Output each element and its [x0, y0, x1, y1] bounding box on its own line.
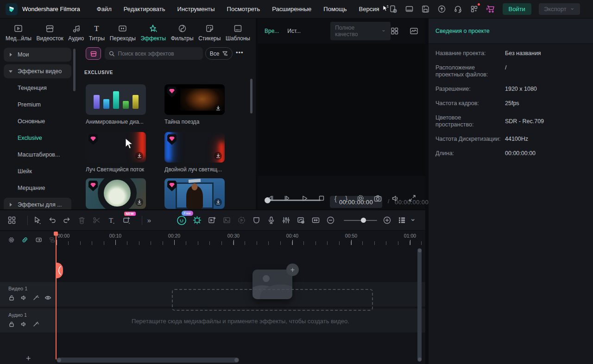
- minimize-button[interactable]: [590, 0, 593, 19]
- cloud-upload-icon[interactable]: [437, 5, 446, 13]
- headset-support-icon[interactable]: [454, 5, 462, 13]
- more-options-button[interactable]: •••: [236, 49, 244, 56]
- download-icon[interactable]: [214, 198, 222, 206]
- sidebar-item-trending[interactable]: Тенденция: [4, 81, 71, 95]
- multiview-grid-icon[interactable]: [391, 27, 399, 35]
- effect-card[interactable]: Луч Светящийся поток: [86, 132, 146, 173]
- menu-view[interactable]: Посмотреть: [227, 6, 260, 13]
- timeline-zoom-slider[interactable]: [344, 220, 377, 221]
- sidebar-item-zoom[interactable]: Масштабиров...: [4, 148, 71, 162]
- effect-card[interactable]: Тайна поезда: [164, 84, 225, 125]
- filter-all-button[interactable]: Все: [205, 47, 233, 60]
- timeline-vertical-scrollbar[interactable]: [417, 248, 422, 362]
- add-track-button[interactable]: +: [26, 354, 31, 364]
- auto-ripple-link-icon[interactable]: [21, 236, 28, 244]
- keyframe-icon[interactable]: [296, 216, 305, 225]
- text-tool-button[interactable]: T: [107, 216, 116, 225]
- mask-icon[interactable]: [252, 216, 261, 225]
- sidebar-item-exclusive[interactable]: Exclusive: [4, 131, 71, 145]
- apply-effect-wand-icon[interactable]: [32, 321, 39, 327]
- effect-card[interactable]: Анимированные диа...: [86, 84, 146, 125]
- download-icon[interactable]: [135, 198, 143, 206]
- menu-version[interactable]: Версия: [359, 6, 379, 13]
- audio-track-header[interactable]: Аудио 1: [0, 308, 56, 333]
- device-icon[interactable]: [389, 5, 397, 13]
- screen-panel-icon[interactable]: [405, 5, 414, 13]
- sidebar-item-video-effects[interactable]: Эффекты видео: [4, 64, 71, 78]
- lock-track-icon[interactable]: [8, 321, 15, 327]
- track-height-icon[interactable]: [49, 236, 56, 244]
- scopes-icon[interactable]: [410, 27, 418, 35]
- zoom-slider-handle[interactable]: [361, 218, 366, 223]
- mark-out-button[interactable]: }: [345, 195, 347, 202]
- mute-track-icon[interactable]: [20, 295, 27, 301]
- whats-new-grid-icon[interactable]: [470, 5, 479, 13]
- tab-audio[interactable]: Аудио: [68, 24, 84, 42]
- effects-search[interactable]: [105, 47, 203, 60]
- search-input[interactable]: [118, 50, 199, 57]
- play-button[interactable]: [300, 194, 309, 203]
- sidebar-item-flicker[interactable]: Мерцание: [4, 181, 71, 195]
- effect-thumbnail-double-ray[interactable]: [164, 132, 225, 163]
- login-button[interactable]: Войти: [503, 3, 531, 15]
- sidebar-item-effects-for[interactable]: Эффекты для ...: [4, 198, 71, 209]
- sidebar-item-shake[interactable]: Шейк: [4, 164, 71, 178]
- sidebar-item-premium[interactable]: Premium: [4, 98, 71, 112]
- tab-stock[interactable]: Видеосток: [36, 24, 63, 42]
- insert-mode-icon[interactable]: [35, 236, 42, 244]
- video-viewport[interactable]: [258, 44, 425, 176]
- timeline-settings-icon[interactable]: [8, 236, 15, 244]
- volume-icon[interactable]: [391, 194, 400, 203]
- playhead[interactable]: [56, 232, 57, 359]
- audio-mixer-icon[interactable]: [282, 216, 290, 225]
- tab-media[interactable]: Мед...йлы: [6, 24, 32, 42]
- effects-scrollbar[interactable]: [250, 79, 252, 113]
- sidebar-item-my[interactable]: Мои: [4, 48, 71, 62]
- preview-tab-timeline[interactable]: Вре...: [265, 28, 279, 34]
- download-icon[interactable]: [214, 104, 222, 112]
- smart-reframe-button[interactable]: [193, 216, 202, 225]
- fullscreen-icon[interactable]: [408, 194, 416, 202]
- mute-track-icon[interactable]: [20, 321, 27, 327]
- effects-store-button[interactable]: [86, 47, 101, 60]
- effect-card[interactable]: [86, 178, 146, 209]
- effect-thumbnail-frame[interactable]: [164, 178, 225, 209]
- next-frame-button[interactable]: [283, 194, 291, 202]
- track-manager[interactable]: ⌄: [397, 216, 418, 225]
- previous-frame-button[interactable]: [266, 194, 275, 202]
- snapshot-camera-icon[interactable]: [373, 194, 382, 203]
- menu-file[interactable]: Файл: [97, 6, 112, 13]
- zoom-out-icon[interactable]: [326, 216, 335, 225]
- effect-thumbnail-animated-charts[interactable]: [86, 84, 146, 115]
- add-to-timeline-icon[interactable]: [208, 216, 216, 225]
- fit-timeline-icon[interactable]: [311, 216, 320, 225]
- quality-selector[interactable]: Полное качество⌄: [330, 22, 391, 40]
- download-icon[interactable]: [135, 152, 143, 160]
- menu-edit[interactable]: Редактировать: [124, 6, 165, 13]
- select-tool-button[interactable]: [33, 216, 42, 225]
- ai-copilot-button[interactable]: Free: [177, 215, 187, 226]
- effect-thumbnail-glow-ray[interactable]: [86, 132, 146, 163]
- lock-track-icon[interactable]: [8, 295, 15, 301]
- sidebar-scrollbar[interactable]: [73, 49, 76, 91]
- sidebar-item-basic[interactable]: Основные: [4, 114, 71, 128]
- save-icon[interactable]: [421, 5, 430, 13]
- effect-card[interactable]: [164, 178, 225, 209]
- effect-card[interactable]: Двойной луч светящ...: [164, 132, 225, 173]
- playback-settings-icon[interactable]: [356, 194, 365, 203]
- hide-track-eye-icon[interactable]: [44, 295, 51, 301]
- stop-button[interactable]: [317, 194, 326, 202]
- playhead-handle[interactable]: [57, 263, 63, 278]
- timeline-horizontal-scrollbar[interactable]: [57, 358, 239, 363]
- menu-advanced[interactable]: Расширенные: [272, 6, 311, 13]
- undo-button[interactable]: [48, 216, 57, 225]
- redo-button[interactable]: [63, 216, 71, 225]
- effect-thumbnail-lens[interactable]: [86, 178, 146, 209]
- export-button[interactable]: Экспорт⌄: [539, 3, 580, 15]
- video-track-header[interactable]: Видео 1: [0, 282, 56, 307]
- cart-icon[interactable]: [486, 5, 495, 13]
- preview-tab-source[interactable]: Ист...: [287, 28, 301, 34]
- apply-effect-wand-icon[interactable]: [32, 295, 39, 301]
- effect-thumbnail-train-mystery[interactable]: [164, 84, 225, 115]
- menu-help[interactable]: Помощь: [323, 6, 347, 13]
